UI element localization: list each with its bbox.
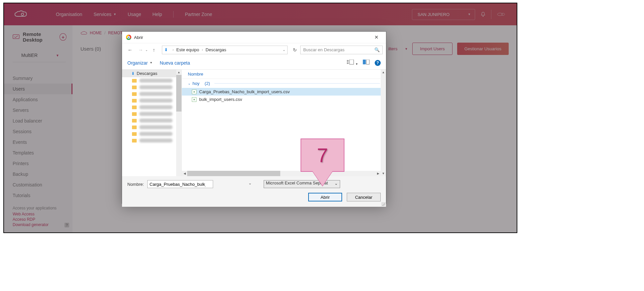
tree-item-blurred[interactable]: [122, 137, 182, 144]
svg-rect-8: [363, 60, 366, 64]
help-icon[interactable]: ?: [64, 223, 69, 227]
cloud-icon: [80, 31, 87, 35]
nav-services[interactable]: Services▼: [93, 12, 116, 17]
nav-separator: [173, 11, 174, 18]
chevron-down-icon: ⌄: [188, 82, 191, 85]
users-count-label: Users (0): [80, 46, 101, 52]
folder-icon: [132, 99, 137, 103]
main-nav: Organisation Services▼ Usage Help Partne…: [56, 11, 212, 18]
tree-item-blurred[interactable]: [122, 131, 182, 137]
svg-rect-5: [347, 62, 348, 62]
breadcrumb-home[interactable]: HOME: [90, 31, 102, 35]
resize-grip[interactable]: [381, 202, 385, 206]
forward-button[interactable]: →: [136, 45, 145, 55]
sidebar-item-templates[interactable]: Templates: [4, 147, 72, 158]
filters-link[interactable]: ilters: [388, 46, 397, 51]
import-users-button[interactable]: Import Users: [412, 43, 452, 55]
sidebar-item-printers[interactable]: Printers: [4, 158, 72, 169]
tree-item-blurred[interactable]: [122, 91, 182, 97]
file-scrollbar-horizontal[interactable]: ◀▶: [182, 171, 381, 176]
sidebar-heading: Remote Desktop +: [4, 31, 72, 43]
sidebar-item-backup[interactable]: Backup: [4, 169, 72, 179]
help-icon[interactable]: ?: [375, 60, 381, 66]
sidebar-item-tutorials[interactable]: Tutorials: [4, 190, 72, 201]
back-button[interactable]: ←: [125, 45, 135, 55]
tree-item-blurred[interactable]: [122, 117, 182, 124]
open-button[interactable]: Abrir: [308, 193, 342, 201]
nav-usage[interactable]: Usage: [128, 12, 141, 17]
notifications-icon[interactable]: [480, 12, 486, 17]
dialog-nav-row: ← → ⌄ ↑ ⬇ › Este equipo › Descargas ⌄ ↻ …: [122, 43, 386, 56]
new-folder-button[interactable]: Nueva carpeta: [160, 60, 190, 66]
cancel-button[interactable]: Cancelar: [347, 193, 381, 201]
svg-rect-3: [13, 35, 19, 39]
tree-item-blurred[interactable]: [122, 97, 182, 104]
dialog-title: Abrir: [134, 35, 143, 40]
tree-scrollbar[interactable]: ▲: [176, 70, 182, 176]
organize-menu[interactable]: Organizar▼: [127, 60, 152, 66]
download-icon: ⬇: [164, 47, 168, 52]
dialog-toolbar: Organizar▼ Nueva carpeta ▼ ?: [122, 56, 386, 70]
column-header-name[interactable]: Nombre: [182, 70, 386, 79]
file-row[interactable]: xbulk_import_users.csv: [182, 96, 386, 103]
group-today[interactable]: ⌄ hoy (2): [182, 79, 386, 88]
header-separator: [491, 10, 491, 19]
close-button[interactable]: ✕: [371, 33, 382, 42]
file-scrollbar-vertical[interactable]: ▲▼: [381, 70, 386, 176]
svg-point-0: [21, 13, 24, 15]
address-bar[interactable]: ⬇ › Este equipo › Descargas ⌄: [162, 46, 288, 54]
tree-item-blurred[interactable]: [122, 124, 182, 131]
folder-icon: [132, 112, 137, 116]
sidebar-item-servers[interactable]: Servers: [4, 105, 72, 116]
folder-icon: [132, 92, 137, 96]
tree-item-descargas[interactable]: ⬇ Descargas: [122, 70, 182, 77]
file-list: Nombre ⌄ hoy (2) xCarga_Pruebas_Nacho_bu…: [182, 70, 386, 176]
history-dropdown[interactable]: ⌄: [145, 48, 148, 52]
up-button[interactable]: ↑: [149, 45, 159, 55]
tree-item-blurred[interactable]: [122, 84, 182, 91]
folder-icon: [132, 139, 137, 143]
sidebar-item-users[interactable]: Users: [4, 84, 72, 94]
manage-users-button[interactable]: Gestionar Usuarios: [457, 43, 509, 55]
sidebar-filter[interactable]: MultiER ▼: [13, 53, 66, 62]
link-acceso-rdp[interactable]: Acceso RDP: [13, 217, 69, 222]
sidebar-item-load-balancer[interactable]: Load balancer: [4, 116, 72, 126]
folder-icon: [132, 126, 137, 129]
folder-icon: [132, 119, 137, 123]
organisation-selector[interactable]: SAN JUNIPERO: [412, 9, 475, 20]
sidebar-item-applications[interactable]: Applications: [4, 94, 72, 105]
chevron-down-icon: ▼: [405, 47, 408, 51]
link-web-access[interactable]: Web Access: [13, 212, 69, 216]
nav-help[interactable]: Help: [152, 12, 162, 17]
tree-item-blurred[interactable]: [122, 111, 182, 117]
svg-point-2: [501, 13, 505, 16]
svg-rect-4: [347, 60, 348, 61]
folder-icon: [132, 132, 137, 136]
sidebar-item-sessions[interactable]: Sessions: [4, 126, 72, 137]
sidebar-item-customisation[interactable]: Customisation: [4, 179, 72, 190]
link-download-generator[interactable]: Download generator: [13, 222, 49, 227]
top-header: Organisation Services▼ Usage Help Partne…: [4, 3, 517, 25]
filename-input[interactable]: [147, 180, 213, 188]
tree-item-blurred[interactable]: [122, 77, 182, 84]
file-type-selector[interactable]: Microsoft Excel Comma Separat: [264, 180, 340, 188]
sidebar-footer: Access your applications Web Access Acce…: [13, 206, 69, 228]
add-button[interactable]: +: [60, 33, 66, 41]
file-row[interactable]: xCarga_Pruebas_Nacho_bulk_import_users.c…: [182, 88, 386, 96]
nav-organisation[interactable]: Organisation: [56, 12, 82, 17]
view-mode-button[interactable]: ▼: [347, 60, 358, 66]
search-input[interactable]: Buscar en Descargas 🔍: [300, 46, 383, 54]
sidebar-item-events[interactable]: Events: [4, 137, 72, 147]
sidebar-nav: SummaryUsersApplicationsServersLoad bala…: [4, 73, 72, 201]
sidebar-item-summary[interactable]: Summary: [4, 73, 72, 84]
folder-tree[interactable]: ⬇ Descargas ▲: [122, 70, 182, 176]
nav-partner-zone[interactable]: Partner Zone: [185, 12, 212, 17]
preview-pane-button[interactable]: [363, 60, 370, 66]
svg-rect-7: [349, 60, 353, 64]
tree-item-blurred[interactable]: [122, 104, 182, 111]
dialog-footer: Nombre: Microsoft Excel Comma Separat Ab…: [122, 176, 386, 207]
brand-mini-logo: [497, 12, 507, 17]
sidebar-footer-heading: Access your applications: [13, 206, 69, 210]
folder-icon: [132, 79, 137, 83]
refresh-button[interactable]: ↻: [291, 46, 299, 54]
